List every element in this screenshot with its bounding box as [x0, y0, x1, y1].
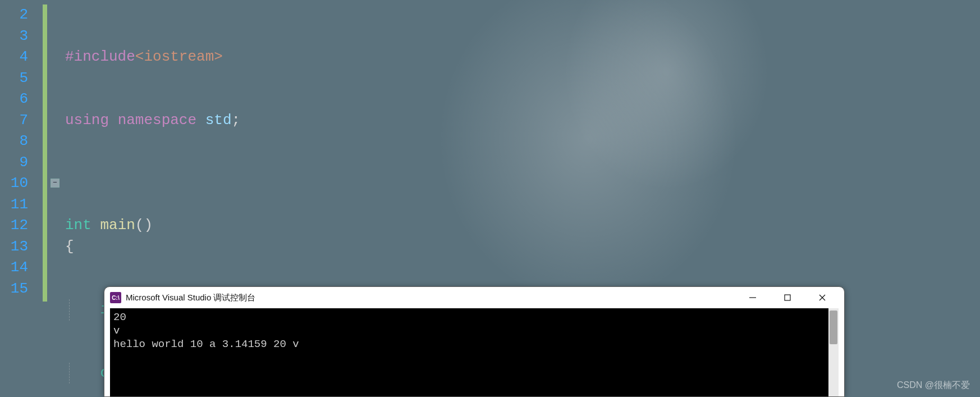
line-number: 6	[0, 89, 34, 110]
line-number: 13	[0, 236, 34, 258]
line-number: 14	[0, 257, 34, 279]
code-line[interactable]: #include<iostream>	[51, 47, 103, 68]
line-number: 8	[0, 131, 34, 152]
line-number: 4	[0, 47, 34, 68]
line-number: 2	[0, 4, 34, 26]
code-line[interactable]: {	[51, 236, 103, 258]
code-line[interactable]: char b = 'a';	[51, 363, 103, 384]
line-number: 3	[0, 26, 34, 47]
line-number: 15	[0, 279, 34, 300]
code-line[interactable]: int a = 10;	[51, 299, 103, 321]
console-line: hello world 10 a 3.14159 20 v	[113, 338, 299, 350]
line-number: 9	[0, 152, 34, 174]
visual-studio-icon: C:\	[110, 292, 121, 303]
code-editor[interactable]: 2 3 4 5 6 7 8 9 10 11 12 13 14 15 #inclu…	[0, 0, 980, 397]
code-line[interactable]: using namespace std;	[51, 110, 103, 131]
change-indicator-bar	[43, 4, 47, 302]
debug-console-window[interactable]: C:\ Microsoft Visual Studio 调试控制台 20 v h…	[104, 286, 845, 397]
line-number-gutter: 2 3 4 5 6 7 8 9 10 11 12 13 14 15	[0, 0, 34, 299]
console-titlebar[interactable]: C:\ Microsoft Visual Studio 调试控制台	[104, 287, 844, 308]
line-number: 7	[0, 110, 34, 131]
scrollbar-thumb[interactable]	[830, 311, 837, 344]
minimize-button[interactable]	[735, 287, 770, 308]
console-scrollbar[interactable]	[828, 308, 839, 396]
code-area[interactable]: #include<iostream> using namespace std; …	[51, 4, 103, 397]
watermark-text: CSDN @很楠不爱	[897, 380, 970, 391]
line-number: 5	[0, 68, 34, 89]
console-line: 20	[113, 311, 126, 323]
console-title: Microsoft Visual Studio 调试控制台	[126, 293, 735, 303]
line-number: 11	[0, 194, 34, 216]
fold-toggle-icon[interactable]: −	[51, 179, 59, 188]
line-number: 12	[0, 215, 34, 236]
console-output[interactable]: 20 v hello world 10 a 3.14159 20 v	[110, 308, 828, 396]
svg-rect-1	[785, 295, 790, 300]
console-line: v	[113, 325, 120, 337]
maximize-button[interactable]	[770, 287, 805, 308]
line-number: 10	[0, 173, 34, 194]
code-line[interactable]: − int main()	[51, 173, 103, 194]
close-button[interactable]	[805, 287, 840, 308]
